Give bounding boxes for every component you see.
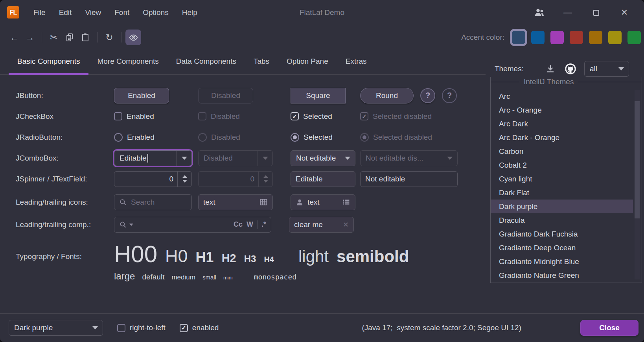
combobox-arrow[interactable]: [340, 151, 355, 166]
close-window-button[interactable]: ✕: [610, 0, 638, 25]
forward-button[interactable]: →: [22, 30, 38, 45]
menu-font[interactable]: Font: [108, 0, 136, 25]
help-button[interactable]: ?: [420, 88, 435, 103]
spinner-down-icon: [182, 180, 187, 183]
theme-item[interactable]: Arc - Orange: [491, 103, 642, 117]
radio-enabled[interactable]: Enabled: [114, 133, 155, 142]
refresh-button[interactable]: ↻: [101, 30, 117, 45]
theme-item[interactable]: Carbon: [491, 144, 642, 158]
copy-button[interactable]: [62, 30, 77, 45]
combobox-arrow[interactable]: [614, 61, 629, 76]
enabled-checkbox[interactable]: enabled: [180, 324, 219, 332]
text-field-user-list[interactable]: text: [291, 194, 355, 210]
close-button[interactable]: Close: [580, 320, 638, 336]
clear-icon[interactable]: ✕: [343, 220, 349, 229]
checkbox-enabled[interactable]: Enabled: [114, 112, 154, 121]
theme-item[interactable]: Dark Flat: [491, 186, 642, 200]
accent-swatch-purple[interactable]: [550, 31, 564, 44]
textfield-editable[interactable]: Editable: [291, 171, 355, 187]
search-menu-arrow-icon[interactable]: [129, 224, 133, 226]
help-button-flat[interactable]: ?: [442, 88, 457, 103]
back-button[interactable]: ←: [6, 30, 22, 45]
checkbox-icon: [198, 112, 206, 120]
whole-word-button[interactable]: W: [247, 220, 253, 229]
accent-swatch-default[interactable]: [512, 31, 525, 44]
github-button[interactable]: [565, 63, 576, 75]
combobox-not-editable[interactable]: Not editable: [291, 150, 355, 166]
radio-selected-icon: [291, 133, 299, 142]
theme-item[interactable]: Gradianto Midnight Blue: [491, 255, 642, 268]
cut-button[interactable]: ✂: [46, 30, 62, 45]
enabled-button[interactable]: Enabled: [114, 88, 169, 104]
themes-scrollbar-thumb[interactable]: [635, 101, 640, 218]
refresh-icon: ↻: [105, 32, 113, 43]
regex-button[interactable]: .*: [261, 220, 266, 229]
menu-view[interactable]: View: [78, 0, 108, 25]
accent-swatch-red[interactable]: [570, 31, 583, 44]
accent-color-group: Accent color:: [461, 31, 644, 44]
table-icon[interactable]: [259, 198, 268, 206]
round-button[interactable]: Round: [360, 88, 414, 104]
menu-options[interactable]: Options: [136, 0, 175, 25]
theme-item[interactable]: Arc: [491, 89, 642, 103]
radio-selected[interactable]: Selected: [291, 133, 333, 142]
accent-swatch-yellow[interactable]: [608, 31, 622, 44]
tab-more-components[interactable]: More Components: [88, 50, 167, 74]
themes-filter-combo[interactable]: all: [584, 61, 629, 77]
menu-file[interactable]: File: [27, 0, 52, 25]
combobox-arrow[interactable]: [88, 320, 103, 335]
window-controls: — ✕: [525, 0, 638, 25]
spinner[interactable]: 0: [114, 171, 192, 187]
users-icon: [534, 7, 545, 18]
menu-edit[interactable]: Edit: [52, 0, 79, 25]
match-case-button[interactable]: Cc: [234, 220, 243, 229]
accent-swatch-blue[interactable]: [531, 31, 545, 44]
accent-swatch-green[interactable]: [627, 31, 641, 44]
paste-button[interactable]: [77, 30, 93, 45]
toolbar-separator: [42, 32, 42, 43]
tab-basic-components[interactable]: Basic Components: [9, 50, 88, 74]
tab-tabs[interactable]: Tabs: [245, 50, 278, 74]
theme-item[interactable]: Gradianto Nature Green: [491, 268, 642, 282]
jbutton-row: JButton: Enabled Disabled Square Round ?…: [0, 85, 486, 106]
text-field-table[interactable]: text: [198, 194, 273, 210]
theme-item[interactable]: Gradianto Dark Fuchsia: [491, 227, 642, 241]
copy-icon: [65, 33, 74, 42]
menu-help[interactable]: Help: [175, 0, 204, 25]
accent-swatch-orange[interactable]: [589, 31, 602, 44]
radio-selected-icon: [360, 133, 369, 142]
tab-data-components[interactable]: Data Components: [167, 50, 245, 74]
rtl-checkbox[interactable]: right-to-left: [117, 324, 166, 332]
clear-me-field[interactable]: clear me ✕: [289, 217, 354, 233]
square-button[interactable]: Square: [291, 88, 346, 104]
combobox-editable[interactable]: Editable: [114, 150, 192, 166]
spinner-buttons[interactable]: [177, 172, 191, 187]
search-icon[interactable]: [119, 221, 127, 229]
users-button[interactable]: [525, 0, 554, 25]
checkbox-selected[interactable]: Selected: [291, 112, 332, 121]
tab-extras[interactable]: Extras: [337, 50, 375, 74]
search-with-options-field[interactable]: Cc W .*: [114, 217, 271, 233]
h2-sample: H2: [222, 252, 236, 265]
checkbox-selected-disabled: Selected disabled: [360, 112, 432, 121]
typography-row: Typography / Fonts: H00 H0 H1 H2 H3 H4 l…: [0, 240, 486, 282]
theme-item[interactable]: Dracula: [491, 213, 642, 227]
tab-option-pane[interactable]: Option Pane: [278, 50, 337, 74]
radio-selected-disabled: Selected disabled: [360, 133, 432, 142]
search-field[interactable]: Search: [114, 194, 192, 210]
typography-label: Typography / Fonts:: [0, 252, 114, 261]
download-themes-button[interactable]: [546, 64, 555, 74]
list-icon[interactable]: [342, 198, 350, 206]
theme-item[interactable]: Arc Dark: [491, 117, 642, 131]
theme-item-selected[interactable]: Dark purple: [491, 200, 633, 213]
toolbar-separator: [97, 32, 98, 43]
theme-item[interactable]: Cyan light: [491, 172, 642, 186]
maximize-button[interactable]: [582, 0, 610, 25]
theme-item[interactable]: Gradianto Deep Ocean: [491, 241, 642, 255]
theme-item[interactable]: Cobalt 2: [491, 158, 642, 172]
theme-select-combo[interactable]: Dark purple: [9, 320, 103, 336]
combobox-arrow[interactable]: [177, 151, 191, 166]
minimize-button[interactable]: —: [554, 0, 582, 25]
show-hidden-toggle[interactable]: [125, 30, 141, 45]
theme-item[interactable]: Arc Dark - Orange: [491, 131, 642, 144]
